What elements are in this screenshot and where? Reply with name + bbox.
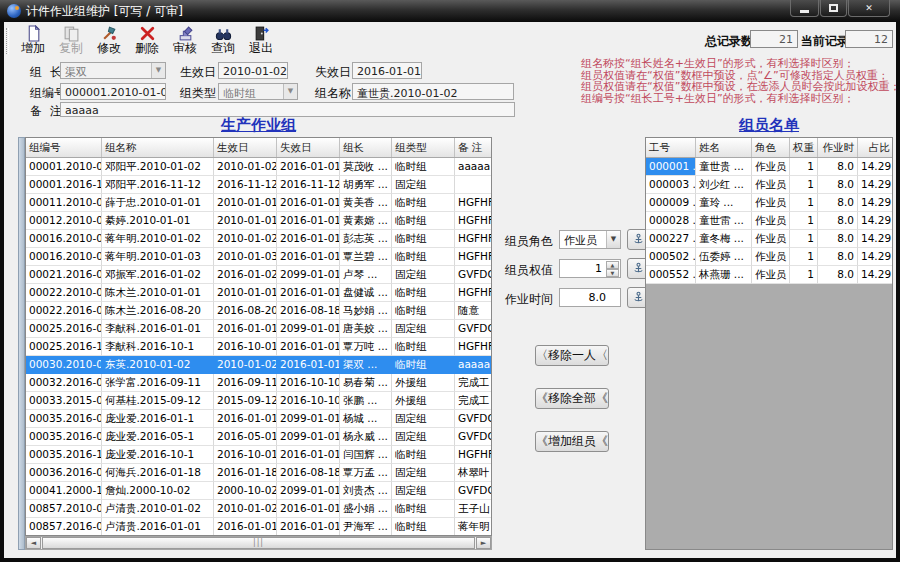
scroll-left-arrow-icon[interactable]: ◄ (26, 537, 41, 549)
leader-label: 组 长 (30, 64, 62, 81)
table-cell: 2010-01-02 (214, 230, 277, 248)
table-cell: 2015-09-12 (214, 392, 277, 410)
column-header[interactable]: 组名称 (102, 138, 214, 157)
table-row[interactable]: 00035.2016-05-1庞业爱.2016-05-12016-05-0120… (26, 428, 491, 446)
column-header[interactable]: 作业时 (818, 138, 858, 157)
column-header[interactable]: 组编号 (26, 138, 102, 157)
audit-button[interactable]: 审核 (166, 24, 204, 57)
column-header[interactable]: 角色 (752, 138, 790, 157)
table-cell: 8.0 (818, 194, 858, 212)
spin-down-icon[interactable]: ▼ (606, 269, 619, 277)
table-row[interactable]: 00035.2016-01-1庞业爱.2016-01-12016-01-0120… (26, 410, 491, 428)
table-cell: 黄素嫦 ... (340, 212, 392, 230)
table-cell: 8.0 (818, 176, 858, 194)
column-header[interactable]: 占比 (858, 138, 893, 157)
table-cell: 林燕珊 ... (696, 266, 752, 284)
table-cell: 作业员 (752, 248, 790, 266)
table-row[interactable]: 00025.2016-10-1李献科.2016-10-12016-10-0120… (26, 338, 491, 356)
spin-up-icon[interactable]: ▲ (606, 261, 619, 269)
add-member-button[interactable]: 《增加组员《 (535, 431, 609, 452)
table-cell: 2016-01-01 (277, 338, 340, 356)
table-row[interactable]: 00021.2016-0...邓振军.2016-01-022016-01-022… (26, 266, 491, 284)
column-header[interactable]: 工号 (646, 138, 696, 157)
column-header[interactable]: 组类型 (392, 138, 455, 157)
remove-one-button[interactable]: 〈移除一人〈 (535, 345, 609, 366)
start-date-field[interactable]: 2010-01-02 (218, 62, 288, 79)
table-row[interactable]: 00022.2010-0...陈木兰.2010-01-012010-01-012… (26, 284, 491, 302)
title-bar[interactable]: 计件作业组维护 [可写 / 可审] ✕ (0, 0, 900, 22)
table-cell: HGFHFG (455, 212, 492, 230)
table-row[interactable]: 00030.2010-0...东英.2010-01-022010-01-0220… (26, 356, 491, 374)
table-row[interactable]: 000502 ...伍委婷 ...作业员18.014.29 (646, 248, 892, 266)
column-header[interactable]: 组长 (340, 138, 392, 157)
table-cell: 8.0 (818, 158, 858, 176)
table-row[interactable]: 000552 ...林燕珊 ...作业员18.014.29 (646, 266, 892, 284)
table-row[interactable]: 00001.2016-1...邓阳平.2016-11-122016-11-122… (26, 176, 491, 194)
query-button[interactable]: 查询 (204, 24, 242, 57)
add-button[interactable]: 增加 (14, 24, 52, 57)
column-header[interactable]: 备 注 (455, 138, 492, 157)
delete-button[interactable]: 删除 (128, 24, 166, 57)
table-row[interactable]: 00032.2016-0...张学富.2016-09-112016-09-112… (26, 374, 491, 392)
maximize-button[interactable] (820, 0, 847, 17)
group-name-field[interactable]: 童世贵.2010-01-02 (352, 83, 514, 100)
table-cell: 完成工 (455, 392, 492, 410)
table-row[interactable]: 00025.2016-0...李献科.2016-01-012016-01-012… (26, 320, 491, 338)
leader-combo[interactable]: 渠双 ▼ (60, 62, 166, 79)
table-row[interactable]: 00857.2010-0...卢清贵.2010-01-022010-01-022… (26, 500, 491, 518)
table-cell: 作业员 (752, 176, 790, 194)
column-header[interactable]: 姓名 (696, 138, 752, 157)
table-row[interactable]: 000028 ...童世雷 ...作业员18.014.29 (646, 212, 892, 230)
scroll-right-arrow-icon[interactable]: ► (476, 537, 491, 549)
table-cell: 唐美姣 ... (340, 320, 392, 338)
end-date-field[interactable]: 2016-01-01 (352, 62, 422, 79)
table-cell: 2010-01-02 (214, 500, 277, 518)
table-row[interactable]: 00011.2010-0...薛于忠.2010-01-012010-01-012… (26, 194, 491, 212)
close-button[interactable]: ✕ (848, 0, 890, 17)
table-row[interactable]: 00001.2010-0...邓阳平.2010-01-022010-01-022… (26, 158, 491, 176)
table-row[interactable]: 00016.2010-0...蒋年明.2010-01-032010-01-032… (26, 248, 491, 266)
exit-button[interactable]: 退出 (242, 24, 280, 57)
member-role-combo[interactable]: 作业员 ▼ (559, 230, 621, 249)
member-weight-spinner[interactable]: 1 ▲▼ (559, 259, 621, 278)
column-header[interactable]: 生效日 (214, 138, 277, 157)
production-groups-table[interactable]: 组编号组名称生效日失效日组长组类型备 注00001.2010-0...邓阳平.2… (25, 137, 492, 536)
modify-button[interactable]: 修改 (90, 24, 128, 57)
table-row[interactable]: 00033.2015-0...何基桂.2015-09-122015-09-122… (26, 392, 491, 410)
table-row[interactable]: 00016.2010-0...蒋年明.2010-01-022010-01-022… (26, 230, 491, 248)
scrollbar-thumb[interactable]: ||| (42, 537, 475, 549)
work-time-field[interactable]: 8.0 (559, 288, 621, 307)
table-row[interactable]: 00012.2010-0...綦婷.2010-01-012010-01-0120… (26, 212, 491, 230)
group-members-table[interactable]: 工号姓名角色权重作业时占比000001 ...童世贵 ...作业员18.014.… (645, 137, 893, 550)
group-code-field[interactable]: 000001.2010-01-02 (60, 83, 166, 100)
table-row[interactable]: 00022.2016-0...陈木兰.2016-08-202016-08-202… (26, 302, 491, 320)
table-cell: 蒋年明.2010-01-02 (102, 230, 214, 248)
table-row[interactable]: 00036.2016-0...何海兵.2016-01-182016-01-182… (26, 464, 491, 482)
table-row[interactable]: 000227 ...童冬梅 ...作业员18.014.29 (646, 230, 892, 248)
table-cell: HGFHFG (455, 248, 492, 266)
table-cell: 2099-01-01 (277, 320, 340, 338)
table-cell: 作业员 (752, 230, 790, 248)
table-row[interactable]: 00035.2016-10-1庞业爱.2016-10-12016-10-0120… (26, 446, 491, 464)
table-cell: GVFDGF (455, 410, 492, 428)
minimize-button[interactable] (790, 0, 819, 17)
table-row[interactable]: 00857.2016-0...卢清贵.2016-01-012016-01-012… (26, 518, 491, 536)
table-cell: 林翠叶 (455, 464, 492, 482)
remove-all-button[interactable]: 《移除全部《 (535, 388, 609, 409)
table-cell: 00025.2016-10-1 (26, 338, 102, 356)
table-row[interactable]: 000003 ...刘少红 ...作业员18.014.29 (646, 176, 892, 194)
table-row[interactable]: 00041.2000-1...詹灿.2000-10-022000-10-0220… (26, 482, 491, 500)
table-cell: 易春菊 ... (340, 374, 392, 392)
table-cell: 卢清贵.2010-01-02 (102, 500, 214, 518)
column-header[interactable]: 失效日 (277, 138, 340, 157)
table-cell: 庞业爱.2016-01-1 (102, 410, 214, 428)
group-type-combo[interactable]: 临时组 ▼ (218, 83, 298, 100)
horizontal-scrollbar[interactable]: ◄ ||| ► (25, 536, 492, 550)
table-cell: HGFHFG (455, 338, 492, 356)
table-row[interactable]: 000001 ...童世贵 ...作业员18.014.29 (646, 158, 892, 176)
table-cell: 2016-01-01 (214, 320, 277, 338)
column-header[interactable]: 权重 (790, 138, 818, 157)
table-cell: 2016-01-01 (277, 194, 340, 212)
table-row[interactable]: 000009 ...童玲 ...作业员18.014.29 (646, 194, 892, 212)
remark-field[interactable]: aaaaa (60, 102, 515, 117)
